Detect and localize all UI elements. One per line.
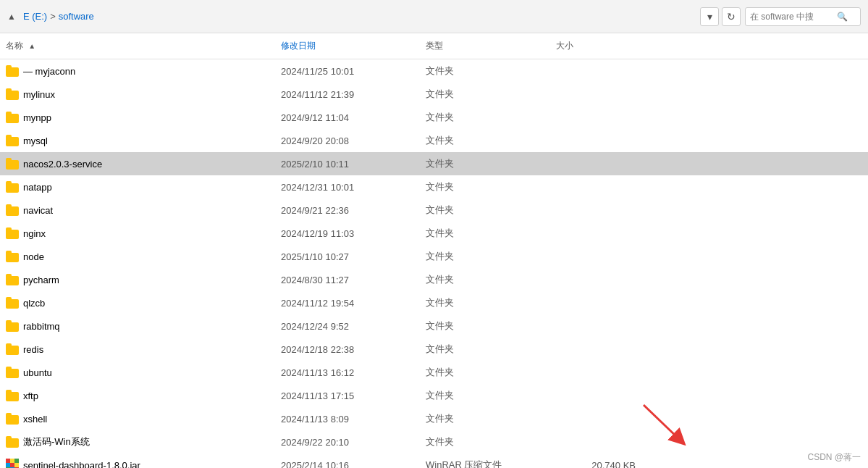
file-size: 20,740 KB (556, 460, 643, 469)
table-row[interactable]: sentinel-dashboard-1.8.0.jar 2025/2/14 1… (0, 454, 868, 468)
file-name: mysql (6, 135, 281, 146)
search-area[interactable]: 🔍 (745, 7, 861, 26)
table-row[interactable]: mysql 2024/9/20 20:08 文件夹 (0, 129, 868, 152)
file-date: 2024/11/13 8:09 (281, 414, 426, 425)
file-name: navicat (6, 204, 281, 216)
file-date: 2024/9/12 11:04 (281, 112, 426, 123)
file-type: 文件夹 (426, 111, 556, 124)
file-name: qlzcb (6, 297, 281, 309)
file-name: xshell (6, 413, 281, 425)
file-date: 2024/12/19 11:03 (281, 228, 426, 239)
file-name: node (6, 251, 281, 262)
file-type: 文件夹 (426, 134, 556, 147)
table-row[interactable]: mynpp 2024/9/12 11:04 文件夹 (0, 106, 868, 129)
file-date: 2024/12/18 22:38 (281, 344, 426, 355)
table-row[interactable]: rabbitmq 2024/12/24 9:52 文件夹 (0, 314, 868, 338)
col-header-size[interactable]: 大小 (556, 40, 643, 52)
folder-icon (6, 390, 19, 401)
file-type: 文件夹 (426, 64, 556, 78)
table-row[interactable]: — myjaconn 2024/11/25 10:01 文件夹 (0, 59, 868, 83)
file-name: mylinux (6, 88, 281, 100)
file-date: 2024/11/12 19:54 (281, 298, 426, 309)
file-date: 2024/11/13 16:12 (281, 367, 426, 378)
file-date: 2025/2/14 10:16 (281, 460, 426, 469)
table-row[interactable]: xftp 2024/11/13 17:15 文件夹 (0, 384, 868, 407)
file-type: 文件夹 (426, 180, 556, 193)
file-name: natapp (6, 181, 281, 193)
table-row[interactable]: qlzcb 2024/11/12 19:54 文件夹 (0, 291, 868, 314)
table-row[interactable]: natapp 2024/12/31 10:01 文件夹 (0, 175, 868, 199)
table-row[interactable]: pycharm 2024/8/30 11:27 文件夹 (0, 268, 868, 291)
file-date: 2024/11/25 10:01 (281, 66, 426, 77)
file-name: rabbitmq (6, 320, 281, 332)
file-type: WinRAR 压缩文件 (426, 459, 556, 468)
watermark: CSDN @蒋一 (807, 451, 861, 464)
file-type: 文件夹 (426, 250, 556, 263)
table-row[interactable]: 激活码-Win系统 2024/9/22 20:10 文件夹 (0, 430, 868, 454)
table-row[interactable]: nginx 2024/12/19 11:03 文件夹 (0, 222, 868, 245)
file-type: 文件夹 (426, 157, 556, 170)
file-date: 2025/2/10 10:11 (281, 159, 426, 170)
file-name: nginx (6, 227, 281, 239)
breadcrumb-drive[interactable]: E (E:) (23, 11, 47, 22)
table-row[interactable]: xshell 2024/11/13 8:09 文件夹 (0, 407, 868, 430)
file-date: 2024/11/12 21:39 (281, 89, 426, 100)
file-list: — myjaconn 2024/11/25 10:01 文件夹 mylinux … (0, 59, 868, 468)
folder-icon (6, 320, 19, 332)
col-header-name[interactable]: 名称 ▲ (6, 40, 281, 52)
file-type: 文件夹 (426, 296, 556, 309)
table-row[interactable]: ubuntu 2024/11/13 16:12 文件夹 (0, 361, 868, 384)
file-name: 激活码-Win系统 (6, 435, 281, 448)
refresh-button[interactable]: ↻ (722, 7, 741, 26)
file-name: mynpp (6, 112, 281, 123)
folder-icon (6, 343, 19, 355)
table-row[interactable]: mylinux 2024/11/12 21:39 文件夹 (0, 83, 868, 106)
file-name: nacos2.0.3-service (6, 158, 281, 170)
file-type: 文件夹 (426, 343, 556, 356)
folder-icon (6, 65, 19, 77)
search-icon: 🔍 (837, 12, 848, 22)
file-date: 2024/9/20 20:08 (281, 135, 426, 146)
table-row[interactable]: node 2025/1/10 10:27 文件夹 (0, 245, 868, 268)
folder-icon (6, 112, 19, 123)
file-name: pycharm (6, 274, 281, 285)
breadcrumb-path: E (E:) > software (23, 11, 696, 22)
file-type: 文件夹 (426, 389, 556, 402)
folder-icon (6, 204, 19, 216)
folder-icon (6, 135, 19, 146)
col-header-type[interactable]: 类型 (426, 40, 556, 52)
table-row[interactable]: navicat 2024/9/21 22:36 文件夹 (0, 199, 868, 222)
folder-icon (6, 274, 19, 285)
file-date: 2024/9/21 22:36 (281, 205, 426, 216)
file-date: 2024/12/24 9:52 (281, 321, 426, 332)
file-type: 文件夹 (426, 435, 556, 448)
column-headers: 名称 ▲ 修改日期 类型 大小 (0, 33, 868, 59)
address-actions: ▾ ↻ (700, 7, 741, 26)
file-name: sentinel-dashboard-1.8.0.jar (6, 459, 281, 468)
address-bar: ▲ E (E:) > software ▾ ↻ 🔍 (0, 0, 868, 33)
file-type: 文件夹 (426, 88, 556, 101)
col-header-date[interactable]: 修改日期 (281, 40, 426, 52)
file-type: 文件夹 (426, 204, 556, 217)
file-type: 文件夹 (426, 227, 556, 240)
folder-icon (6, 367, 19, 378)
folder-icon (6, 88, 19, 100)
dropdown-button[interactable]: ▾ (700, 7, 719, 26)
file-date: 2025/1/10 10:27 (281, 251, 426, 262)
file-name: xftp (6, 390, 281, 401)
file-type: 文件夹 (426, 273, 556, 286)
folder-icon (6, 413, 19, 425)
file-name: — myjaconn (6, 65, 281, 77)
up-arrow[interactable]: ▲ (7, 12, 16, 22)
winrar-icon (6, 459, 19, 468)
folder-icon (6, 251, 19, 262)
search-input[interactable] (750, 12, 837, 22)
breadcrumb-sep1: > (50, 11, 56, 22)
table-row[interactable]: nacos2.0.3-service 2025/2/10 10:11 文件夹 (0, 152, 868, 175)
table-row[interactable]: redis 2024/12/18 22:38 文件夹 (0, 338, 868, 361)
file-name: ubuntu (6, 367, 281, 378)
file-type: 文件夹 (426, 319, 556, 333)
breadcrumb-folder[interactable]: software (59, 11, 94, 22)
folder-icon (6, 227, 19, 239)
folder-icon (6, 436, 19, 448)
